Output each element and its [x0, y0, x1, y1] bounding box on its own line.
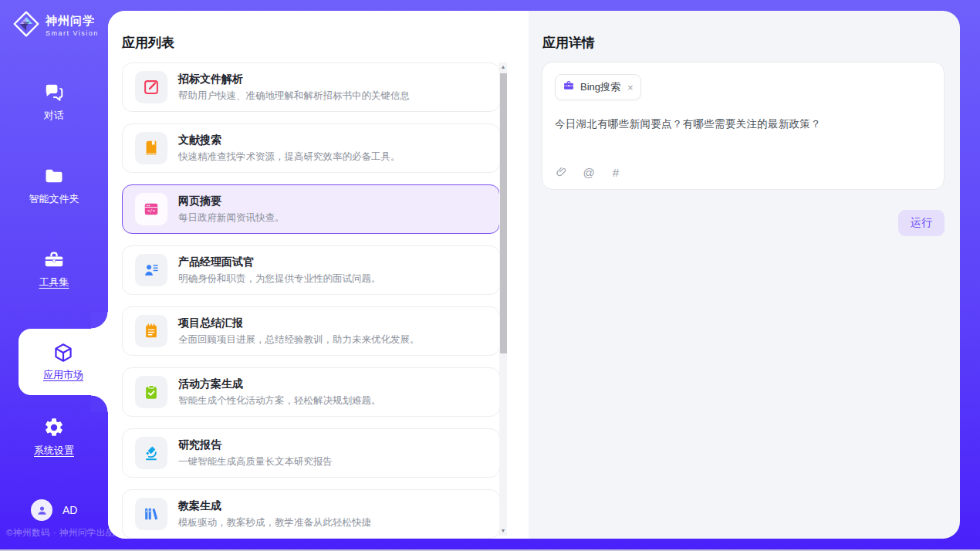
gear-icon — [43, 417, 65, 438]
books-icon — [135, 498, 167, 530]
user-chip[interactable]: AD — [31, 499, 77, 521]
close-icon[interactable]: × — [627, 83, 634, 93]
user-name: AD — [63, 504, 77, 516]
app-card-title: 教案生成 — [178, 499, 371, 513]
app-card-description: 智能生成个性化活动方案，轻松解决规划难题。 — [178, 394, 381, 407]
sidebar-item-app-market[interactable]: 应用市场 — [19, 329, 108, 395]
diamond-logo-icon — [12, 10, 40, 41]
book-icon — [135, 132, 167, 164]
scrollbar-thumb[interactable] — [500, 73, 507, 353]
composer-toolbar: @# — [555, 165, 623, 179]
cube-icon — [52, 342, 74, 363]
sidebar: 神州问学 Smart Vision 对话智能文件夹工具集应用市场系统设置 AD … — [0, 0, 108, 551]
app-card[interactable]: </>网页摘要每日政府新闻资讯快查。 — [122, 184, 500, 234]
app-card[interactable]: 产品经理面试官明确身份和职责，为您提供专业性的面试问题。 — [122, 245, 500, 295]
app-list-title: 应用列表 — [122, 34, 174, 52]
run-button[interactable]: 运行 — [898, 210, 945, 236]
app-card-description: 全面回顾项目进展，总结经验教训，助力未来优化发展。 — [178, 333, 420, 346]
app-card-description: 明确身份和职责，为您提供专业性的面试问题。 — [178, 272, 381, 286]
paperclip-icon[interactable] — [555, 165, 569, 179]
sidebar-item-folders[interactable]: 智能文件夹 — [0, 165, 108, 206]
sidebar-item-label: 应用市场 — [43, 368, 83, 382]
sidebar-footer: ©神州数码 · 神州问学出品 — [6, 527, 115, 539]
clipboard-check-icon — [135, 376, 167, 408]
folder-icon — [43, 165, 65, 187]
app-card-description: 一键智能生成高质量长文本研究报告 — [178, 455, 333, 468]
app-card-title: 文献搜索 — [178, 134, 400, 147]
app-card-title: 产品经理面试官 — [178, 255, 381, 269]
main-container: 应用列表 招标文件解析帮助用户快速、准确地理解和解析招标书中的关键信息文献搜索快… — [108, 11, 960, 539]
tool-tag-bing-search[interactable]: Bing搜索 × — [555, 74, 641, 100]
app-title: 神州问学 — [46, 14, 99, 29]
app-card-description: 帮助用户快速、准确地理解和解析招标书中的关键信息 — [178, 90, 410, 103]
app-card[interactable]: 招标文件解析帮助用户快速、准确地理解和解析招标书中的关键信息 — [122, 63, 500, 112]
sidebar-item-settings[interactable]: 系统设置 — [0, 417, 108, 458]
edit-square-icon — [135, 71, 167, 103]
app-subtitle: Smart Vision — [46, 29, 99, 37]
app-card-description: 快速精准查找学术资源，提高研究效率的必备工具。 — [178, 150, 400, 164]
app-card-title: 研究报告 — [178, 438, 333, 452]
app-list: 招标文件解析帮助用户快速、准确地理解和解析招标书中的关键信息文献搜索快速精准查找… — [122, 63, 500, 539]
app-card-title: 招标文件解析 — [178, 73, 410, 86]
hash-icon[interactable]: # — [609, 165, 623, 179]
prompt-text[interactable]: 今日湖北有哪些新闻要点？有哪些需要关注的最新政策？ — [555, 117, 931, 131]
sidebar-item-tools[interactable]: 工具集 — [0, 248, 108, 289]
app-card-description: 每日政府新闻资讯快查。 — [178, 211, 285, 225]
browser-code-icon: </> — [135, 193, 167, 225]
app-card-title: 网页摘要 — [178, 194, 285, 208]
scrollbar-down-arrow[interactable]: ▼ — [499, 526, 507, 536]
sidebar-item-label: 系统设置 — [34, 444, 74, 458]
app-card[interactable]: 研究报告一键智能生成高质量长文本研究报告 — [122, 428, 500, 478]
sidebar-item-label: 工具集 — [39, 276, 69, 289]
app-card-description: 模板驱动，教案秒成，教学准备从此轻松快捷 — [178, 516, 371, 529]
app-detail-panel: 应用详情 Bing搜索 × 今日湖北有哪些新闻要点？有哪些需要关注的最新政策？ … — [529, 11, 960, 539]
app-card[interactable]: 文献搜索快速精准查找学术资源，提高研究效率的必备工具。 — [122, 123, 500, 173]
app-card[interactable]: 项目总结汇报全面回顾项目进展，总结经验教训，助力未来优化发展。 — [122, 306, 500, 356]
toolbox-icon — [43, 248, 65, 270]
microscope-icon — [135, 437, 167, 469]
app-detail-title: 应用详情 — [542, 34, 595, 52]
scrollbar[interactable]: ▲ ▼ — [499, 63, 507, 536]
app-card-title: 项目总结汇报 — [178, 316, 420, 330]
at-icon[interactable]: @ — [582, 165, 596, 179]
avatar — [31, 499, 52, 521]
app-list-panel: 应用列表 招标文件解析帮助用户快速、准确地理解和解析招标书中的关键信息文献搜索快… — [108, 11, 529, 539]
interviewer-icon — [135, 254, 167, 286]
scrollbar-up-arrow[interactable]: ▲ — [499, 63, 507, 72]
notepad-icon — [135, 315, 167, 347]
sidebar-item-label: 对话 — [44, 109, 64, 123]
svg-text:</>: </> — [147, 208, 156, 213]
tool-tag-label: Bing搜索 — [580, 80, 620, 94]
prompt-input[interactable]: Bing搜索 × 今日湖北有哪些新闻要点？有哪些需要关注的最新政策？ @# — [542, 62, 945, 190]
chat-icon — [43, 82, 65, 103]
briefcase-icon — [563, 79, 575, 95]
app-card-title: 活动方案生成 — [178, 377, 381, 391]
app-card[interactable]: 教案生成模板驱动，教案秒成，教学准备从此轻松快捷 — [122, 489, 500, 539]
sidebar-item-chat[interactable]: 对话 — [0, 82, 108, 123]
sidebar-item-label: 智能文件夹 — [29, 192, 79, 206]
app-logo: 神州问学 Smart Vision — [12, 10, 99, 41]
app-card[interactable]: 活动方案生成智能生成个性化活动方案，轻松解决规划难题。 — [122, 367, 500, 417]
